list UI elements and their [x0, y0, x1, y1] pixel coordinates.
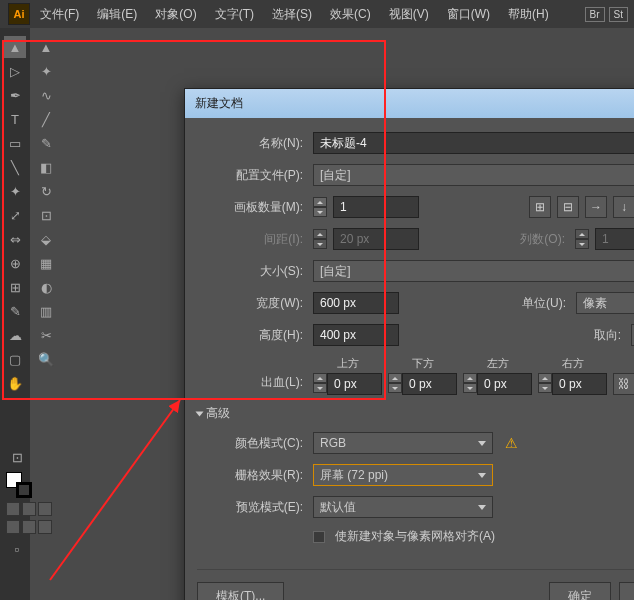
menu-type[interactable]: 文字(T) [207, 2, 262, 27]
spacing-input [333, 228, 419, 250]
magic-wand-tool-icon[interactable]: ✦ [35, 60, 57, 82]
artboards-input[interactable] [333, 196, 419, 218]
toggle-icon[interactable]: ⊡ [6, 446, 28, 468]
menu-select[interactable]: 选择(S) [264, 2, 320, 27]
arrange-grid-row-icon[interactable]: ⊞ [529, 196, 551, 218]
menu-object[interactable]: 对象(O) [147, 2, 204, 27]
rectangle-tool-icon[interactable]: ▭ [4, 132, 26, 154]
units-label: 单位(U): [522, 295, 570, 312]
curvature-tool-icon[interactable]: ∿ [35, 84, 57, 106]
draw-inside-icon[interactable] [38, 520, 52, 534]
menu-help[interactable]: 帮助(H) [500, 2, 557, 27]
color-mode-icon[interactable] [6, 502, 20, 516]
artboard-tool-icon[interactable]: ▢ [4, 348, 26, 370]
badge-stock[interactable]: St [609, 7, 628, 22]
profile-dropdown[interactable]: [自定] [313, 164, 634, 186]
bleed-bottom-stepper[interactable] [388, 373, 402, 395]
cancel-button[interactable]: 取消 [619, 582, 634, 600]
arrange-grid-col-icon[interactable]: ⊟ [557, 196, 579, 218]
hand-tool-icon[interactable]: ✋ [4, 372, 26, 394]
cols-stepper [575, 229, 589, 249]
template-button[interactable]: 模板(T)... [197, 582, 284, 600]
pen-tool-icon[interactable]: ✒ [4, 84, 26, 106]
eyedropper-tool-icon[interactable]: ✎ [4, 300, 26, 322]
shape-builder-tool-icon[interactable]: ⊕ [4, 252, 26, 274]
type-tool-icon[interactable]: T [4, 108, 26, 130]
symbol-tool-icon[interactable]: ☁ [4, 324, 26, 346]
slice-tool-icon[interactable]: ✂ [35, 324, 57, 346]
artboards-label: 画板数量(M): [197, 199, 307, 216]
bleed-right-stepper[interactable] [538, 373, 552, 395]
width-tool-icon[interactable]: ⇔ [4, 228, 26, 250]
align-pixel-label: 使新建对象与像素网格对齐(A) [335, 528, 495, 545]
dialog-title: 新建文档 [185, 89, 634, 118]
blend-tool-icon[interactable]: ◐ [35, 276, 57, 298]
size-dropdown[interactable]: [自定] [313, 260, 634, 282]
bleed-left-input[interactable] [477, 373, 532, 395]
workspace: ▲ ▷ ✒ T ▭ ╲ ✦ ⤢ ⇔ ⊕ ⊞ ✎ ☁ ▢ ✋ ▲ ✦ ∿ ╱ ✎ … [0, 28, 634, 600]
column-graph-tool-icon[interactable]: ▥ [35, 300, 57, 322]
paintbrush-tool-icon[interactable]: ✎ [35, 132, 57, 154]
none-mode-icon[interactable] [38, 502, 52, 516]
bleed-label: 出血(L): [197, 374, 307, 395]
menu-effect[interactable]: 效果(C) [322, 2, 379, 27]
perspective-tool-icon[interactable]: ⬙ [35, 228, 57, 250]
bleed-top-label: 上方 [337, 356, 359, 371]
fill-stroke-icon[interactable] [6, 472, 32, 498]
spacing-label: 间距(I): [197, 231, 307, 248]
bleed-left-label: 左方 [487, 356, 509, 371]
bleed-top-input[interactable] [327, 373, 382, 395]
bleed-top-stepper[interactable] [313, 373, 327, 395]
direct-selection-tool-icon[interactable]: ▷ [4, 60, 26, 82]
zoom-tool-icon[interactable]: 🔍 [35, 348, 57, 370]
height-input[interactable] [313, 324, 399, 346]
menubar: Ai 文件(F) 编辑(E) 对象(O) 文字(T) 选择(S) 效果(C) 视… [0, 0, 634, 28]
width-label: 宽度(W): [197, 295, 307, 312]
draw-mode-icon[interactable] [6, 520, 20, 534]
rotate-tool-icon[interactable]: ↻ [35, 180, 57, 202]
badge-bridge[interactable]: Br [585, 7, 605, 22]
artboards-stepper[interactable] [313, 197, 327, 217]
bleed-right-input[interactable] [552, 373, 607, 395]
bleed-right-label: 右方 [562, 356, 584, 371]
units-dropdown[interactable]: 像素 [576, 292, 634, 314]
raster-dropdown[interactable]: 屏幕 (72 ppi) [313, 464, 493, 486]
draw-behind-icon[interactable] [22, 520, 36, 534]
name-input[interactable] [313, 132, 634, 154]
height-label: 高度(H): [197, 327, 307, 344]
width-input[interactable] [313, 292, 399, 314]
bleed-bottom-input[interactable] [402, 373, 457, 395]
gradient-tool-icon[interactable]: ▦ [35, 252, 57, 274]
shaper-tool-icon[interactable]: ✦ [4, 180, 26, 202]
ok-button[interactable]: 确定 [549, 582, 611, 600]
menu-view[interactable]: 视图(V) [381, 2, 437, 27]
orientation-label: 取向: [594, 327, 625, 344]
free-transform-tool-icon[interactable]: ⊡ [35, 204, 57, 226]
screen-mode-icon[interactable]: ▫ [6, 538, 28, 560]
selection-tool-alt-icon[interactable]: ▲ [35, 36, 57, 58]
scale-tool-icon[interactable]: ⤢ [4, 204, 26, 226]
selection-tool-icon[interactable]: ▲ [4, 36, 26, 58]
menu-window[interactable]: 窗口(W) [439, 2, 498, 27]
chevron-down-icon [478, 473, 486, 478]
arrange-row-icon[interactable]: → [585, 196, 607, 218]
link-bleed-icon[interactable]: ⛓ [613, 373, 634, 395]
advanced-section-toggle[interactable]: 高级 [197, 405, 634, 422]
align-pixel-checkbox[interactable] [313, 531, 325, 543]
mesh-tool-icon[interactable]: ⊞ [4, 276, 26, 298]
cols-label: 列数(O): [520, 231, 569, 248]
chevron-down-icon [478, 441, 486, 446]
line-tool-icon[interactable]: ╱ [35, 108, 57, 130]
bleed-left-stepper[interactable] [463, 373, 477, 395]
colormode-dropdown[interactable]: RGB [313, 432, 493, 454]
colormode-label: 颜色模式(C): [197, 435, 307, 452]
arrange-col-icon[interactable]: ↓ [613, 196, 634, 218]
eraser-tool-icon[interactable]: ◧ [35, 156, 57, 178]
brush-tool-icon[interactable]: ╲ [4, 156, 26, 178]
preview-dropdown[interactable]: 默认值 [313, 496, 493, 518]
menu-edit[interactable]: 编辑(E) [89, 2, 145, 27]
menu-file[interactable]: 文件(F) [32, 2, 87, 27]
gradient-mode-icon[interactable] [22, 502, 36, 516]
triangle-down-icon [196, 411, 204, 416]
cols-input [595, 228, 634, 250]
